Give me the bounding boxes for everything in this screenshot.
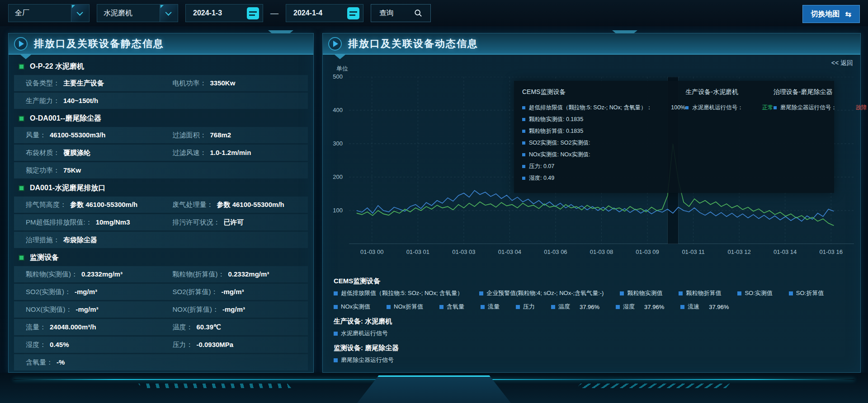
tooltip-item: 超低排放限值（颗拉物:5: SOz-; NOx; 含氧量）：100%: [522, 102, 685, 113]
tooltip-item-text: SO2实测值: SO2实测值:: [529, 139, 590, 147]
info-field: 风量：46100-55300m3/h: [26, 131, 172, 140]
legend-square-icon: [551, 305, 555, 309]
chevron-down-icon[interactable]: [71, 5, 89, 22]
legend-item-label: 压力: [523, 303, 535, 311]
legend-item[interactable]: 流量: [481, 303, 500, 311]
calendar-icon[interactable]: [247, 7, 259, 19]
legend-item[interactable]: 超低排放限值（颗拉物:5: SOz-; NOx; 含氧量）: [334, 289, 463, 297]
x-tick-label: 01-03 14: [765, 248, 806, 255]
field-value: 46100-55300m3/h: [50, 131, 105, 139]
legend-items: 超低排放限值（颗拉物:5: SOz-; NOx; 含氧量）企业预警值(颗粒物:4…: [334, 289, 849, 311]
footer-wing-right: [577, 384, 730, 388]
back-link[interactable]: << 返回: [831, 59, 853, 67]
field-label: 电机功率：: [172, 79, 206, 88]
legend-item-value: 37.96%: [709, 304, 729, 310]
tooltip-column: 治理设备-磨尾除尘器磨尾除尘器运行信号：故障: [774, 88, 867, 186]
tooltip-item: 水泥磨机运行信号：正常: [685, 102, 774, 113]
section-heading-label: DA001-水泥磨尾排放口: [30, 183, 105, 193]
plant-select[interactable]: 全厂: [8, 4, 90, 22]
tooltip-column-title: 治理设备-磨尾除尘器: [774, 88, 867, 96]
chart-tooltip: CEMS监测设备超低排放限值（颗拉物:5: SOz-; NOx; 含氧量）：10…: [514, 81, 834, 193]
legend-group-heading: 监测设备: 磨尾除尘器: [334, 344, 849, 352]
legend-item[interactable]: 压力: [516, 303, 535, 311]
y-tick-label: 300: [323, 140, 343, 147]
legend-item[interactable]: SO:折算值: [789, 289, 824, 297]
footer-center-emblem: [357, 375, 511, 403]
date-range-separator: —: [270, 9, 278, 18]
device-select[interactable]: 水泥磨机: [97, 4, 178, 22]
x-tick-label: 01-03 01: [397, 248, 438, 255]
legend-item-label: 温度: [558, 303, 570, 311]
field-value: -%: [57, 358, 65, 366]
query-button[interactable]: 查询: [371, 4, 431, 22]
legend-item[interactable]: SO:实测值: [737, 289, 772, 297]
legend-item[interactable]: 湿度37.96%: [616, 303, 664, 311]
footer-decoration: [0, 373, 868, 403]
field-value: 0.2332mg/m³: [81, 270, 123, 278]
chevron-down-icon[interactable]: [160, 5, 178, 22]
legend-item-value: 37.96%: [580, 304, 599, 310]
tooltip-item: SO2实测值: SO2实测值:: [522, 137, 685, 149]
legend-square-icon: [522, 118, 525, 121]
legend-item[interactable]: 磨尾除尘器运行信号: [334, 356, 394, 364]
tooltip-column: 生产设备-水泥磨机水泥磨机运行信号：正常: [685, 88, 774, 186]
info-field: 生产能力：140~150t/h: [26, 97, 172, 105]
query-button-label: 查询: [379, 9, 394, 18]
x-tick-label: 01-03 16: [811, 248, 851, 255]
calendar-icon[interactable]: [347, 7, 359, 19]
field-value: 60.39℃: [196, 323, 221, 331]
info-row: 生产能力：140~150t/h: [14, 93, 308, 109]
legend-item[interactable]: NOx折算值: [387, 303, 423, 311]
field-label: 湿度：: [26, 341, 46, 349]
panel-tab-decoration: [268, 30, 293, 33]
green-square-icon: [19, 185, 24, 191]
legend-square-icon: [334, 305, 338, 309]
legend-item[interactable]: 温度37.96%: [551, 303, 599, 311]
info-field: 额定功率：75Kw: [26, 166, 172, 175]
green-square-icon: [19, 255, 24, 261]
tooltip-item: 颗粒物折算值: 0.1835: [522, 125, 685, 137]
y-tick-label: 400: [323, 107, 343, 113]
tooltip-item-text: 颗粒物折算值: 0.1835: [529, 127, 583, 135]
legend-item-label: 颗粒物实测值: [627, 289, 662, 297]
legend-item-label: 流速: [688, 303, 699, 311]
end-date-input[interactable]: 2024-1-4: [286, 4, 363, 22]
page-title: 排放口及关联设备静态信息: [34, 37, 164, 51]
field-label: 额定功率：: [26, 166, 60, 175]
field-label: SO2(实测值)：: [26, 288, 71, 296]
field-value: 1.0-1.2m/min: [210, 149, 251, 156]
x-tick-label: 01-03 09: [627, 248, 668, 255]
legend-item[interactable]: 水泥磨机运行信号: [334, 329, 388, 337]
field-value: -mg/m³: [75, 288, 97, 295]
start-date-value: 2024-1-3: [193, 9, 222, 17]
start-date-input[interactable]: 2024-1-3: [185, 4, 263, 22]
info-row: 颗粒物(实测值)：0.2332mg/m³颗粒物(折算值)：0.2332mg/m³: [14, 266, 308, 282]
legend-square-icon: [479, 291, 483, 295]
field-label: 设备类型：: [26, 79, 60, 88]
legend-group-heading: 生产设备: 水泥磨机: [334, 317, 849, 326]
tooltip-item-value: 故障: [856, 104, 867, 112]
panel-tab-decoration: [612, 30, 637, 33]
legend-square-icon: [680, 305, 684, 309]
x-tick-label: 01-03 06: [535, 248, 576, 255]
tooltip-column-title: CEMS监测设备: [522, 88, 685, 96]
legend-item[interactable]: 颗粒物实测值: [620, 289, 662, 297]
legend-square-icon: [522, 165, 525, 168]
tooltip-item-text: 颗粒物实测值: 0.1835: [529, 116, 583, 123]
field-value: 已许可: [223, 218, 244, 227]
legend-item[interactable]: 颗粒物折算值: [679, 289, 721, 297]
legend-item[interactable]: 流速37.96%: [680, 303, 729, 311]
section-heading: 监测设备: [14, 249, 308, 266]
legend-square-icon: [616, 305, 620, 309]
legend-item-label: 水泥磨机运行信号: [341, 329, 388, 337]
switch-map-button[interactable]: 切换地图 ⇆: [802, 5, 860, 23]
info-field: 排污许可状况：已许可: [172, 218, 308, 227]
legend-item[interactable]: 企业预警值(颗粒物:4; sOz-; NOx-;含氧气量:-): [479, 289, 604, 297]
info-field: PM超低排排放限值:：10mg/Nm3: [26, 218, 172, 227]
legend-item[interactable]: 含氧量: [439, 303, 464, 311]
tooltip-item: NOx实测值: NOx实测值:: [522, 149, 685, 160]
legend-item[interactable]: NOx实测值: [334, 303, 370, 311]
field-label: SO2(折算值)：: [172, 288, 217, 296]
field-label: NOX(折算值)：: [172, 305, 219, 314]
legend-group-heading: CEMS监测设备: [334, 277, 849, 286]
